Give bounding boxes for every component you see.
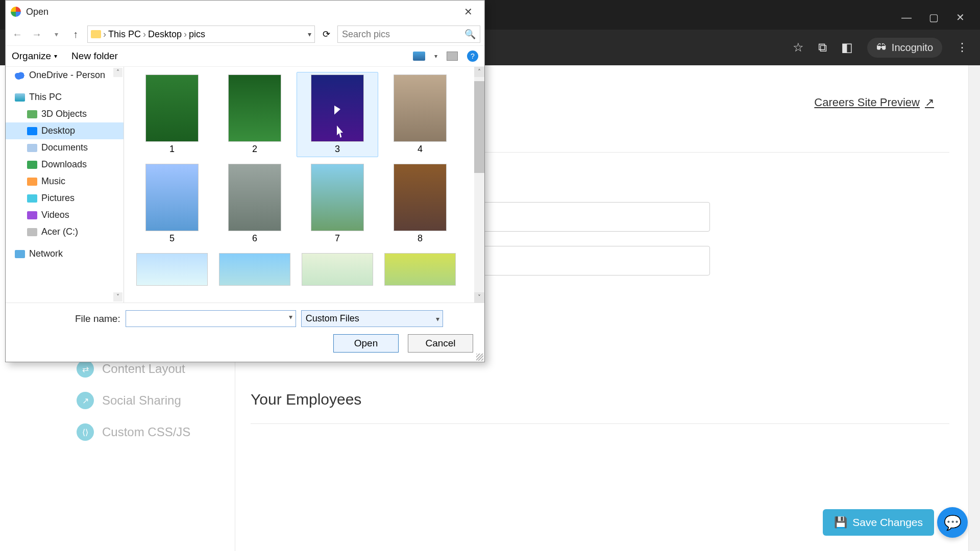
preview-pane-button[interactable] — [447, 52, 458, 61]
nav-forward-icon[interactable]: → — [29, 29, 44, 40]
tree-label: Documents — [41, 142, 88, 153]
tree-music[interactable]: Music — [6, 173, 124, 190]
careers-preview-link[interactable]: Careers Site Preview ↗ — [814, 96, 934, 109]
view-mode-button[interactable] — [413, 52, 425, 61]
breadcrumb-bar[interactable]: › This PC › Desktop › pics ▾ — [87, 26, 315, 43]
breadcrumb-this-pc[interactable]: This PC — [108, 29, 141, 40]
sidepanel-icon[interactable]: ◧ — [841, 40, 853, 55]
breadcrumb-dropdown-icon[interactable]: ▾ — [308, 30, 311, 38]
nav-item-social-sharing[interactable]: ↗ Social Sharing — [77, 392, 219, 409]
file-item-partial[interactable] — [379, 251, 461, 288]
thumbnail — [311, 164, 364, 231]
dialog-body: ˄ OneDrive - Person This PC 3D Objects D… — [6, 67, 484, 303]
save-changes-button[interactable]: 💾 Save Changes — [823, 509, 934, 536]
tree-desktop[interactable]: Desktop — [6, 122, 124, 139]
thumbnail — [394, 74, 447, 142]
file-item-partial[interactable] — [214, 251, 296, 288]
documents-icon — [27, 144, 37, 152]
intercom-launcher[interactable]: 💬 — [937, 507, 968, 538]
window-close-icon[interactable]: ✕ — [956, 12, 965, 22]
music-icon — [27, 178, 37, 186]
file-item-6[interactable]: 6 — [214, 161, 296, 246]
window-minimize-icon[interactable]: — — [901, 12, 912, 22]
tree-acer-c[interactable]: Acer (C:) — [6, 223, 124, 240]
tree-network[interactable]: Network — [6, 245, 124, 262]
tree-documents[interactable]: Documents — [6, 139, 124, 156]
tree-scroll-down-icon[interactable]: ˅ — [113, 292, 122, 302]
pictures-icon — [27, 194, 37, 203]
breadcrumb-desktop[interactable]: Desktop — [148, 29, 182, 40]
window-controls: — ▢ ✕ — [901, 12, 965, 22]
save-icon: 💾 — [834, 516, 847, 529]
resize-grip[interactable] — [476, 354, 483, 361]
cancel-button[interactable]: Cancel — [408, 334, 473, 353]
help-icon[interactable]: ? — [467, 51, 478, 62]
file-grid: 1 2 3 4 5 6 7 8 — [131, 72, 477, 288]
extensions-icon[interactable]: ⧉ — [818, 40, 827, 55]
nav-label: Content Layout — [102, 362, 185, 376]
nav-recent-chevron-icon[interactable]: ▾ — [48, 30, 64, 38]
file-item-4[interactable]: 4 — [379, 72, 461, 157]
downloads-icon — [27, 161, 37, 169]
thumbnail — [219, 253, 290, 286]
cloud-icon — [15, 71, 25, 80]
file-name-input[interactable] — [126, 310, 296, 327]
file-item-2[interactable]: 2 — [214, 72, 296, 157]
window-maximize-icon[interactable]: ▢ — [929, 12, 939, 22]
save-button-label: Save Changes — [852, 516, 923, 529]
file-name: 5 — [169, 233, 175, 244]
file-item-partial[interactable] — [131, 251, 213, 288]
scroll-up-icon[interactable]: ˄ — [474, 67, 484, 77]
dialog-nav-row: ← → ▾ ↑ › This PC › Desktop › pics ▾ ⟳ S… — [6, 23, 484, 45]
tree-label: OneDrive - Person — [29, 70, 105, 81]
tree-scroll-up-icon[interactable]: ˄ — [113, 68, 122, 77]
file-item-5[interactable]: 5 — [131, 161, 213, 246]
tree-label: 3D Objects — [41, 109, 87, 119]
tree-videos[interactable]: Videos — [6, 207, 124, 223]
new-folder-button[interactable]: New folder — [71, 51, 118, 62]
thumbnail — [228, 74, 281, 142]
scroll-thumb[interactable] — [474, 81, 484, 173]
file-item-1[interactable]: 1 — [131, 72, 213, 157]
tree-onedrive[interactable]: OneDrive - Person — [6, 67, 124, 84]
file-item-partial[interactable] — [297, 251, 378, 288]
dialog-title: Open — [26, 7, 48, 17]
file-name: 6 — [252, 233, 257, 244]
scroll-down-icon[interactable]: ˅ — [474, 292, 484, 303]
tree-label: Network — [29, 248, 63, 259]
tree-pictures[interactable]: Pictures — [6, 190, 124, 207]
file-type-select[interactable]: Custom Files — [301, 310, 443, 327]
search-placeholder: Search pics — [342, 29, 390, 40]
file-item-7[interactable]: 7 — [297, 161, 378, 246]
file-grid-pane: 1 2 3 4 5 6 7 8 ˄ ˅ — [124, 67, 484, 303]
browser-menu-icon[interactable]: ⋮ — [957, 41, 968, 54]
breadcrumb-pics[interactable]: pics — [189, 29, 205, 40]
incognito-chip[interactable]: 🕶 Incognito — [867, 38, 942, 58]
open-button[interactable]: Open — [333, 334, 399, 353]
dialog-toolbar: Organize ▾ New folder ▾ ? — [6, 45, 484, 67]
bookmark-star-icon[interactable]: ☆ — [793, 40, 804, 55]
tree-downloads[interactable]: Downloads — [6, 156, 124, 173]
tree-label: Videos — [41, 210, 69, 220]
file-item-8[interactable]: 8 — [379, 161, 461, 246]
file-item-3[interactable]: 3 — [297, 72, 378, 157]
search-icon: 🔍 — [464, 29, 476, 40]
pc-icon — [15, 93, 25, 102]
dialog-close-button[interactable]: ✕ — [457, 6, 479, 18]
nav-dot-icon: ⇄ — [77, 360, 94, 378]
tree-3d-objects[interactable]: 3D Objects — [6, 106, 124, 122]
nav-up-icon[interactable]: ↑ — [68, 29, 83, 40]
your-employees-heading: Your Employees — [251, 391, 949, 418]
refresh-icon[interactable]: ⟳ — [319, 29, 333, 40]
nav-item-content-layout[interactable]: ⇄ Content Layout — [77, 360, 219, 378]
file-scrollbar[interactable]: ˄ ˅ — [474, 67, 484, 303]
thumbnail — [384, 253, 456, 286]
search-input[interactable]: Search pics 🔍 — [337, 26, 480, 43]
view-mode-chevron-icon[interactable]: ▾ — [434, 53, 437, 60]
tree-label: Acer (C:) — [41, 227, 78, 237]
tree-this-pc[interactable]: This PC — [6, 89, 124, 106]
organize-menu[interactable]: Organize ▾ — [12, 51, 57, 62]
nav-item-custom-css[interactable]: ⟨⟩ Custom CSS/JS — [77, 423, 219, 441]
desktop-icon — [27, 127, 37, 135]
nav-back-icon[interactable]: ← — [10, 29, 25, 40]
